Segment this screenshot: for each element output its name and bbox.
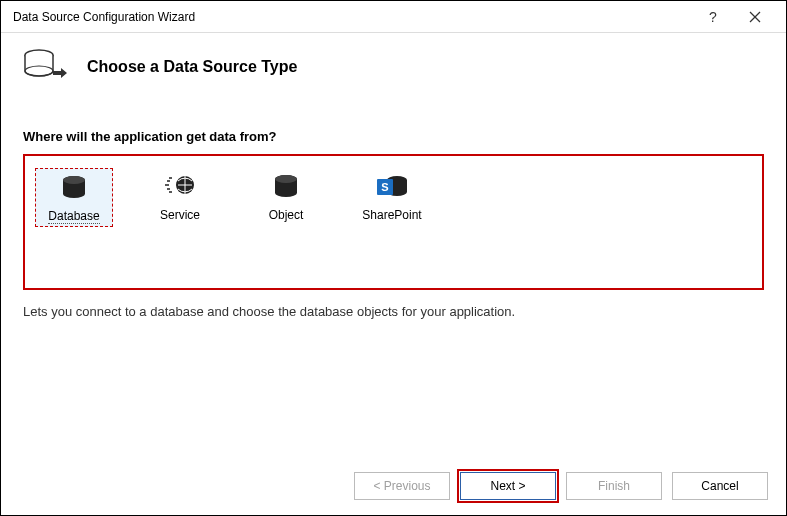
- option-label: Service: [160, 208, 200, 222]
- finish-button[interactable]: Finish: [566, 472, 662, 500]
- wizard-header: Choose a Data Source Type: [1, 33, 786, 107]
- wizard-footer: < Previous Next > Finish Cancel: [1, 457, 786, 515]
- database-icon: [57, 173, 91, 203]
- wizard-title: Choose a Data Source Type: [87, 58, 297, 76]
- previous-button[interactable]: < Previous: [354, 472, 450, 500]
- svg-point-5: [63, 176, 85, 184]
- close-icon: [749, 11, 761, 23]
- sharepoint-icon: S: [375, 172, 409, 202]
- title-bar: Data Source Configuration Wizard ?: [1, 1, 786, 33]
- option-object[interactable]: Object: [247, 168, 325, 224]
- option-database[interactable]: Database: [35, 168, 113, 227]
- close-button[interactable]: [734, 2, 776, 32]
- wizard-body: Where will the application get data from…: [1, 107, 786, 319]
- help-button[interactable]: ?: [692, 2, 734, 32]
- window-title: Data Source Configuration Wizard: [13, 10, 692, 24]
- prompt-text: Where will the application get data from…: [23, 129, 764, 144]
- option-label: Database: [48, 209, 99, 224]
- next-button[interactable]: Next >: [460, 472, 556, 500]
- svg-point-8: [275, 175, 297, 183]
- option-label: SharePoint: [362, 208, 421, 222]
- cancel-button[interactable]: Cancel: [672, 472, 768, 500]
- option-service[interactable]: Service: [141, 168, 219, 224]
- datasource-options: Database Service: [23, 154, 764, 290]
- option-sharepoint[interactable]: S SharePoint: [353, 168, 431, 224]
- service-icon: [163, 172, 197, 202]
- option-description: Lets you connect to a database and choos…: [23, 304, 764, 319]
- object-icon: [269, 172, 303, 202]
- svg-text:S: S: [381, 181, 388, 193]
- option-label: Object: [269, 208, 304, 222]
- datasource-wizard-icon: [21, 47, 71, 87]
